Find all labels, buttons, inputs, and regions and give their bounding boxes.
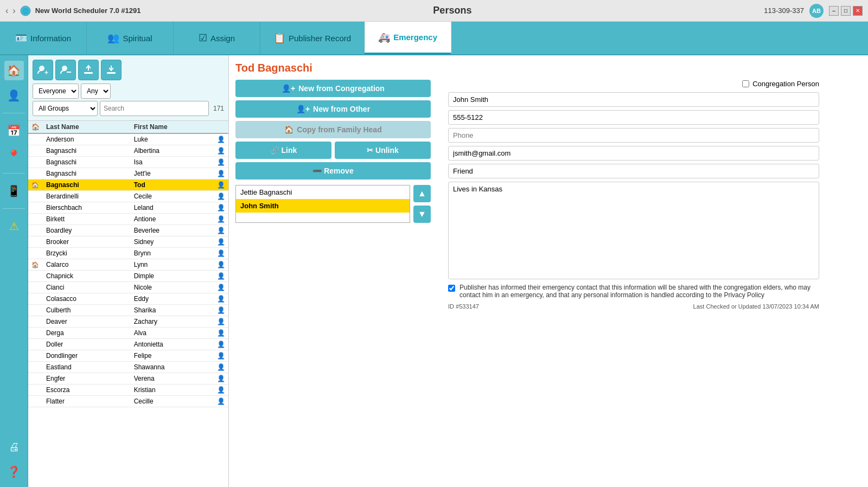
firstname-cell: Beverlee: [131, 225, 214, 236]
table-row[interactable]: Engfer Verena 👤: [28, 373, 228, 385]
table-row[interactable]: Birkett Antione 👤: [28, 214, 228, 225]
contact-phone2-field[interactable]: [448, 128, 819, 143]
scroll-up-button[interactable]: ▲: [413, 185, 431, 202]
back-arrow[interactable]: ‹: [5, 6, 8, 16]
table-row[interactable]: Boardley Beverlee 👤: [28, 225, 228, 236]
contact-name-field[interactable]: [448, 92, 819, 107]
icon-cell: 👤: [214, 305, 228, 316]
table-row[interactable]: Eastland Shawanna 👤: [28, 362, 228, 373]
house-cell: [28, 157, 43, 168]
search-input[interactable]: [100, 101, 209, 116]
table-row[interactable]: Dondlinger Felipe 👤: [28, 350, 228, 362]
app-icon: 🌐: [20, 5, 31, 16]
congregation-person-checkbox[interactable]: [742, 80, 749, 87]
family-list-item[interactable]: John Smith: [236, 199, 410, 213]
table-row[interactable]: Brzycki Brynn 👤: [28, 248, 228, 259]
new-congregation-label: New from Congregation: [298, 84, 385, 93]
copy-from-family-head-button[interactable]: 🏠 Copy from Family Head: [235, 121, 431, 138]
table-row[interactable]: Escorza Kristian 👤: [28, 385, 228, 396]
contact-relationship-field[interactable]: [448, 164, 819, 178]
lastname-cell: Birkett: [43, 214, 131, 225]
sidebar-home-icon[interactable]: 🏠: [4, 61, 24, 80]
tab-information[interactable]: 🪪 Information: [0, 22, 87, 54]
import-button[interactable]: [101, 60, 122, 80]
remove-button[interactable]: ➖ Remove: [235, 162, 431, 180]
table-row[interactable]: Chapnick Dimple 👤: [28, 271, 228, 282]
table-row[interactable]: Flatter Cecille 👤: [28, 396, 228, 407]
maximize-button[interactable]: □: [841, 6, 851, 16]
type-filter-select[interactable]: Any: [81, 84, 111, 99]
consent-checkbox[interactable]: [448, 285, 455, 292]
export-button[interactable]: [78, 60, 99, 80]
group-filter-select[interactable]: Everyone: [33, 84, 79, 99]
family-list-item[interactable]: Jettie Bagnaschi: [236, 185, 410, 199]
sidebar-print-icon[interactable]: 🖨: [4, 437, 24, 457]
new-from-other-button[interactable]: 👤+ New from Other: [235, 100, 431, 118]
scroll-down-button[interactable]: ▼: [413, 206, 431, 223]
minimize-button[interactable]: –: [829, 6, 839, 16]
tab-assign[interactable]: ☑ Assign: [174, 22, 260, 54]
house-cell: [28, 248, 43, 259]
icon-cell: 👤: [214, 328, 228, 339]
house-cell: [28, 293, 43, 305]
info-panel: Congregation Person Lives in Kansas Publ…: [439, 80, 819, 310]
tab-publisher-record[interactable]: 📋 Publisher Record: [260, 22, 365, 54]
add-congregation-person-button[interactable]: +: [33, 60, 53, 80]
table-row[interactable]: Brooker Sidney 👤: [28, 236, 228, 248]
person-list-panel: +: [28, 55, 229, 487]
contact-fields: Lives in Kansas: [448, 92, 819, 279]
tab-information-label: Information: [30, 34, 71, 43]
tab-emergency[interactable]: 🚑 Emergency: [365, 22, 451, 54]
lastname-cell: Deaver: [43, 316, 131, 328]
sidebar-map-icon[interactable]: 📍: [4, 146, 24, 165]
icon-col-header: [214, 121, 228, 133]
icon-cell: 👤: [214, 282, 228, 293]
firstname-cell: Verena: [131, 373, 214, 385]
link-button[interactable]: 🔗 Link: [235, 142, 331, 159]
table-row[interactable]: Berardinelli Cecile 👤: [28, 191, 228, 202]
person-table-wrapper: 🏠 Last Name First Name Anderson Luke 👤 B…: [28, 121, 228, 487]
icon-cell: 👤: [214, 168, 228, 180]
sidebar-calendar-icon[interactable]: 📅: [4, 121, 24, 140]
house-cell: [28, 362, 43, 373]
house-cell: [28, 133, 43, 145]
contact-notes-field[interactable]: Lives in Kansas: [448, 182, 819, 279]
table-row[interactable]: Bagnaschi Isa 👤: [28, 157, 228, 168]
sidebar-help-icon[interactable]: ❓: [4, 462, 24, 482]
unlink-button[interactable]: ✂ Unlink: [335, 142, 431, 159]
table-row[interactable]: Anderson Luke 👤: [28, 133, 228, 145]
icon-cell: 👤: [214, 225, 228, 236]
sidebar-alert-icon[interactable]: ⚠: [4, 216, 24, 236]
contact-email-field[interactable]: [448, 146, 819, 161]
table-row[interactable]: Cianci Nicole 👤: [28, 282, 228, 293]
table-row[interactable]: Culberth Sharika 👤: [28, 305, 228, 316]
table-row[interactable]: Colasacco Eddy 👤: [28, 293, 228, 305]
last-checked-label: Last Checked or Updated 13/07/2023 10:34…: [693, 303, 819, 310]
title-bar: ‹ › 🌐 New World Scheduler 7.0 #1291 Pers…: [0, 0, 868, 22]
all-groups-select[interactable]: All Groups: [33, 101, 98, 116]
sidebar-mobile-icon[interactable]: 📱: [4, 181, 24, 201]
table-row[interactable]: Doller Antonietta 👤: [28, 339, 228, 350]
new-from-congregation-button[interactable]: 👤+ New from Congregation: [235, 80, 431, 97]
family-member-name: Jettie Bagnaschi: [236, 185, 410, 199]
table-row[interactable]: Bagnaschi Albertina 👤: [28, 145, 228, 157]
table-row[interactable]: 🏠 Calarco Lynn 👤: [28, 259, 228, 271]
close-button[interactable]: ✕: [853, 6, 863, 16]
person-count: 171: [213, 105, 224, 112]
table-row[interactable]: 🏠 Bagnaschi Tod 👤: [28, 180, 228, 191]
table-row[interactable]: Deaver Zachary 👤: [28, 316, 228, 328]
icon-cell: 👤: [214, 385, 228, 396]
sidebar-persons-icon[interactable]: 👤: [4, 86, 24, 105]
contact-phone-field[interactable]: [448, 110, 819, 125]
toolbar-row-1: +: [33, 60, 224, 80]
export-icon: [83, 65, 94, 75]
tab-spiritual[interactable]: 👥 Spiritual: [87, 22, 174, 54]
table-row[interactable]: Bierschbach Leland 👤: [28, 202, 228, 214]
table-row[interactable]: Derga Alva 👤: [28, 328, 228, 339]
table-row[interactable]: Bagnaschi Jett'ie 👤: [28, 168, 228, 180]
window-title: Persons: [433, 5, 471, 16]
forward-arrow[interactable]: ›: [12, 6, 15, 16]
remove-person-button[interactable]: [55, 60, 76, 80]
house-cell: [28, 271, 43, 282]
information-icon: 🪪: [15, 32, 27, 44]
